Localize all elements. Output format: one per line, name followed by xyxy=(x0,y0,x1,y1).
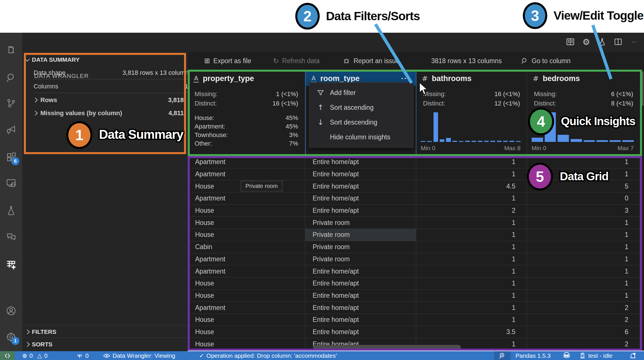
data-summary-section-header[interactable]: DATA SUMMARY xyxy=(26,56,80,63)
table-cell[interactable]: Apartment xyxy=(188,168,305,180)
column-property-type[interactable]: A property_type Missing:1 (<1%) Distinct… xyxy=(188,70,305,156)
table-cell[interactable]: 1 xyxy=(416,278,527,289)
table-cell[interactable]: 3 xyxy=(527,205,640,217)
search-icon[interactable] xyxy=(0,69,22,86)
table-cell[interactable]: 1 xyxy=(527,241,640,253)
table-cell[interactable]: Entire home/apt xyxy=(305,278,416,289)
table-cell[interactable]: 1 xyxy=(416,156,527,168)
table-cell[interactable]: Apartment xyxy=(188,156,305,168)
column-header[interactable]: # bathrooms xyxy=(416,71,527,86)
zoom-in-indicator[interactable] xyxy=(494,351,511,360)
table-cell[interactable]: 1 xyxy=(527,229,640,241)
table-cell[interactable]: Entire home/apt xyxy=(305,314,416,326)
table-cell[interactable]: 1 xyxy=(527,265,640,277)
table-row[interactable]: HouseEntire home/apt3.56 xyxy=(188,326,640,338)
table-cell[interactable]: 6 xyxy=(527,326,640,338)
table-row[interactable]: ApartmentEntire home/apt10 xyxy=(188,193,640,205)
run-debug-icon[interactable] xyxy=(0,121,22,138)
table-cell[interactable]: 1 xyxy=(527,217,640,229)
table-cell[interactable]: House xyxy=(188,217,305,229)
remote-indicator[interactable] xyxy=(0,351,15,360)
kernel-status[interactable]: test - idle xyxy=(579,351,612,360)
table-cell[interactable]: 1 xyxy=(416,290,527,302)
missing-values-expandable-row[interactable]: Missing values (by column) 4,811 xyxy=(26,109,192,117)
account-icon[interactable] xyxy=(0,302,22,319)
table-cell[interactable]: 1 xyxy=(416,168,527,180)
split-editor-icon[interactable] xyxy=(613,37,623,47)
table-cell[interactable]: 4.5 xyxy=(416,180,527,192)
data-wrangler-icon[interactable] xyxy=(0,256,22,273)
table-cell[interactable]: 1 xyxy=(416,314,527,326)
more-actions-icon[interactable]: ⋯ xyxy=(629,37,639,47)
sorts-section-header[interactable]: SORTS xyxy=(26,341,52,348)
table-row[interactable]: HouseEntire home/apt12 xyxy=(188,314,640,326)
ports-indicator[interactable]: 0 xyxy=(76,351,89,360)
notifications-bell-icon[interactable] xyxy=(629,351,637,360)
filters-section-header[interactable]: FILTERS xyxy=(26,328,56,335)
table-cell[interactable]: 1 xyxy=(416,265,527,277)
table-cell[interactable]: House xyxy=(188,229,305,241)
table-cell[interactable]: Apartment xyxy=(188,193,305,204)
table-row[interactable]: ApartmentEntire home/apt11 xyxy=(188,265,640,278)
table-cell[interactable]: Entire home/apt xyxy=(305,156,416,168)
table-cell[interactable]: 1 xyxy=(416,253,527,265)
table-row[interactable]: HouseEntire home/apt11 xyxy=(188,278,640,290)
table-cell[interactable]: Apartment xyxy=(188,302,305,314)
remote-explorer-icon[interactable] xyxy=(0,174,22,191)
rows-expandable-row[interactable]: Rows 3,818 xyxy=(26,96,192,104)
table-row[interactable]: HousePrivate room11 xyxy=(188,217,640,229)
table-row[interactable]: ApartmentEntire home/apt11 xyxy=(188,156,640,168)
table-cell[interactable]: Apartment xyxy=(188,265,305,277)
table-cell[interactable]: Entire home/apt xyxy=(305,290,416,302)
column-header[interactable]: A property_type xyxy=(188,71,305,86)
menu-item-sort-ascending[interactable]: ↑ Sort ascending xyxy=(309,100,413,115)
table-cell[interactable]: House xyxy=(188,314,305,326)
table-cell[interactable]: 1 xyxy=(416,193,527,204)
copilot-icon[interactable] xyxy=(563,351,571,360)
table-cell[interactable]: 1 xyxy=(527,278,640,289)
table-cell[interactable]: House xyxy=(188,205,305,217)
extensions-icon[interactable]: 6 xyxy=(0,149,22,166)
table-cell[interactable]: House xyxy=(188,326,305,338)
table-row[interactable]: ApartmentEntire home/apt12 xyxy=(188,302,640,314)
table-cell[interactable]: 1 xyxy=(416,241,527,253)
pandas-version-status[interactable]: Pandas 1.5.3 xyxy=(515,351,551,360)
table-row[interactable]: ApartmentPrivate room11 xyxy=(188,253,640,266)
table-cell[interactable]: Entire home/apt xyxy=(305,265,416,277)
table-cell[interactable]: House xyxy=(188,290,305,302)
table-cell[interactable]: Entire home/apt xyxy=(305,180,416,192)
table-cell[interactable]: Entire home/apt xyxy=(305,168,416,180)
table-row[interactable]: CabinPrivate room11 xyxy=(188,241,640,253)
comments-icon[interactable] xyxy=(0,229,22,246)
column-more-icon[interactable]: ··· xyxy=(401,74,410,83)
flask-icon[interactable] xyxy=(597,37,607,47)
table-cell[interactable]: 2 xyxy=(527,338,640,350)
table-cell[interactable]: Private room xyxy=(305,241,416,253)
data-wrangler-mode-status[interactable]: Data Wrangler: Viewing xyxy=(103,351,175,360)
explorer-icon[interactable] xyxy=(0,42,22,59)
table-cell[interactable]: 1 xyxy=(416,302,527,314)
table-row[interactable]: HousePrivate room11 xyxy=(188,229,640,241)
testing-icon[interactable] xyxy=(0,202,22,219)
table-cell[interactable]: Apartment xyxy=(188,253,305,265)
table-cell[interactable]: 1 xyxy=(527,290,640,302)
table-cell[interactable]: 0 xyxy=(527,193,640,204)
refresh-data-button[interactable]: ↻ Refresh data xyxy=(273,57,320,65)
table-cell[interactable]: Entire home/apt xyxy=(305,193,416,204)
table-cell[interactable]: House xyxy=(188,278,305,289)
table-cell[interactable]: 2 xyxy=(527,314,640,326)
table-cell[interactable]: House xyxy=(188,338,305,350)
table-cell[interactable]: Entire home/apt xyxy=(305,326,416,338)
menu-item-hide-column-insights[interactable]: Hide column insights xyxy=(309,130,413,144)
gear-icon[interactable]: ⚙ xyxy=(581,37,591,47)
table-cell[interactable]: Private room xyxy=(305,217,416,229)
table-cell[interactable]: Private room xyxy=(305,229,416,241)
table-cell[interactable]: Private room xyxy=(305,253,416,265)
column-header[interactable]: # bedrooms xyxy=(527,71,640,86)
table-cell[interactable]: 1 xyxy=(527,253,640,265)
table-row[interactable]: HouseEntire home/apt11 xyxy=(188,290,640,302)
column-bathrooms[interactable]: # bathrooms Missing:16 (<1%) Distinct:12… xyxy=(416,70,527,156)
table-cell[interactable]: 3.5 xyxy=(416,326,527,338)
table-row[interactable]: HouseEntire home/apt23 xyxy=(188,205,640,217)
table-cell[interactable]: 2 xyxy=(527,302,640,314)
